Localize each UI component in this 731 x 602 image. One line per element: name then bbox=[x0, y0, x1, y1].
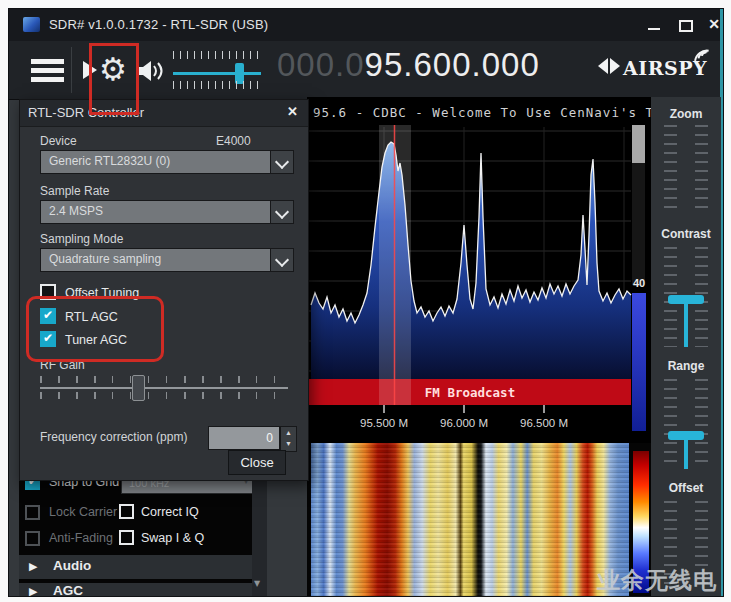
chevron-down-icon bbox=[275, 155, 289, 169]
device-label: Device bbox=[40, 134, 77, 148]
rf-gain-slider-thumb[interactable] bbox=[132, 375, 145, 401]
audio-group-label: Audio bbox=[53, 558, 91, 573]
band-plan-label: FM Broadcast bbox=[425, 385, 515, 400]
close-icon: ✕ bbox=[708, 16, 720, 32]
range-slider-thumb[interactable] bbox=[668, 431, 704, 440]
volume-ruler-bottom bbox=[173, 81, 261, 89]
chevron-down-icon bbox=[275, 205, 289, 219]
offset-label: Offset bbox=[651, 481, 721, 495]
zoom-label: Zoom bbox=[651, 107, 721, 121]
radio-waves-icon bbox=[693, 45, 715, 65]
window-title: SDR# v1.0.0.1732 - RTL-SDR (USB) bbox=[49, 17, 268, 32]
display-sidebar: Zoom Contrast Range Offset bbox=[651, 97, 721, 596]
swap-iq-checkbox[interactable] bbox=[119, 530, 134, 545]
radio-settings-panel: ✔ Snap to Grid 100 kHz ▾ Lock Carrier Co… bbox=[19, 479, 267, 596]
screenshot-root: SDR# v1.0.0.1732 - RTL-SDR (USB) ✕ ⚙ 000… bbox=[0, 0, 731, 602]
range-label: Range bbox=[651, 359, 721, 373]
axis-label-1: 95.500 M bbox=[360, 417, 408, 429]
minimize-button[interactable] bbox=[641, 9, 667, 39]
contrast-label: Contrast bbox=[651, 227, 721, 241]
airspy-logo: AIRSPY bbox=[598, 57, 707, 79]
step-size-dropdown[interactable]: 100 kHz ▾ bbox=[121, 479, 254, 494]
spin-up-icon[interactable]: ▲ bbox=[281, 427, 296, 438]
sample-rate-dropdown[interactable]: 2.4 MSPS bbox=[40, 200, 294, 224]
spin-down-icon[interactable]: ▼ bbox=[281, 438, 296, 449]
sample-rate-label: Sample Rate bbox=[40, 184, 109, 198]
dropdown-button[interactable] bbox=[270, 201, 293, 223]
rtl-sdr-controller-dialog: RTL-SDR Controller ✕ Device E4000 Generi… bbox=[19, 99, 309, 481]
device-value: Generic RTL2832U (0) bbox=[49, 154, 170, 168]
frequency-dim-digits: 000.0 bbox=[277, 46, 365, 83]
sampling-mode-value: Quadrature sampling bbox=[49, 252, 161, 266]
slider-ticks bbox=[664, 379, 677, 469]
lock-carrier-checkbox[interactable] bbox=[25, 505, 40, 520]
sampling-mode-dropdown[interactable]: Quadrature sampling bbox=[40, 248, 294, 272]
range-slider[interactable] bbox=[664, 379, 708, 469]
level-bar bbox=[632, 293, 646, 431]
airspy-arrows-icon bbox=[598, 58, 623, 78]
title-bar: SDR# v1.0.0.1732 - RTL-SDR (USB) ✕ bbox=[9, 9, 723, 41]
agc-group-header[interactable]: ▶ AGC bbox=[19, 583, 252, 596]
dropdown-button[interactable] bbox=[270, 151, 293, 173]
toolbar-separator bbox=[71, 47, 72, 93]
snap-row: ✔ Snap to Grid 100 kHz ▾ bbox=[19, 479, 252, 497]
axis-label-3: 96.500 M bbox=[520, 417, 568, 429]
device-dropdown[interactable]: Generic RTL2832U (0) bbox=[40, 150, 294, 174]
contrast-slider[interactable] bbox=[664, 247, 708, 347]
watermark-text: 业余无线电 bbox=[597, 565, 717, 596]
frequency-display[interactable]: 000.095.600.000 bbox=[277, 46, 540, 84]
sampling-mode-label: Sampling Mode bbox=[40, 232, 123, 246]
range-slider-fill bbox=[684, 435, 688, 469]
annotation-box-gear bbox=[89, 43, 139, 115]
sample-rate-value: 2.4 MSPS bbox=[49, 204, 103, 218]
expand-arrow-icon: ▶ bbox=[29, 560, 37, 573]
dialog-close-icon[interactable]: ✕ bbox=[287, 104, 298, 119]
spectrum-display[interactable]: 95.6 - CDBC - Welcome To Use CenNavi's T… bbox=[307, 97, 651, 443]
correct-iq-checkbox[interactable] bbox=[119, 504, 134, 519]
dialog-header[interactable]: RTL-SDR Controller ✕ bbox=[20, 100, 308, 127]
annotation-box-agc bbox=[26, 296, 164, 362]
anti-fading-label: Anti-Fading bbox=[49, 531, 113, 545]
level-label: 40 bbox=[633, 277, 645, 289]
contrast-slider-thumb[interactable] bbox=[668, 295, 704, 304]
agc-group-label: AGC bbox=[53, 583, 83, 596]
sdrsharp-window: SDR# v1.0.0.1732 - RTL-SDR (USB) ✕ ⚙ 000… bbox=[8, 8, 724, 597]
device-chip: E4000 bbox=[216, 134, 251, 148]
menu-button[interactable] bbox=[31, 59, 64, 86]
tuning-band[interactable] bbox=[379, 125, 411, 405]
rds-text: 95.6 - CDBC - Welcome To Use CenNavi's T… bbox=[313, 105, 651, 120]
dialog-close-button[interactable]: Close bbox=[228, 450, 286, 475]
frequency-bright-digits: 95.600.000 bbox=[365, 46, 540, 83]
maximize-icon bbox=[679, 20, 693, 32]
audio-group-header[interactable]: ▶ Audio bbox=[19, 555, 252, 579]
maximize-button[interactable] bbox=[672, 9, 698, 39]
freq-correction-spinner[interactable]: ▲ ▼ bbox=[280, 426, 297, 452]
slider-ticks bbox=[664, 125, 677, 213]
freq-correction-label: Frequency correction (ppm) bbox=[40, 430, 187, 444]
spectrum-scrollbar-thumb[interactable] bbox=[632, 125, 645, 163]
correct-iq-label: Correct IQ bbox=[141, 505, 199, 519]
panel-scrollbar[interactable]: ▼ bbox=[252, 479, 267, 596]
volume-slider[interactable] bbox=[173, 72, 261, 75]
contrast-slider-fill bbox=[684, 299, 688, 347]
anti-fading-checkbox[interactable] bbox=[25, 531, 40, 546]
slider-ticks bbox=[695, 379, 708, 469]
zoom-slider[interactable] bbox=[664, 125, 708, 213]
slider-ticks bbox=[695, 125, 708, 213]
swap-iq-label: Swap I & Q bbox=[141, 531, 204, 545]
speaker-icon[interactable] bbox=[135, 59, 165, 83]
axis-label-2: 96.000 M bbox=[440, 417, 488, 429]
waterfall-display[interactable] bbox=[311, 437, 629, 596]
scroll-down-icon: ▼ bbox=[254, 579, 260, 588]
app-logo-icon bbox=[23, 17, 40, 32]
minimize-icon bbox=[648, 28, 660, 30]
chevron-down-icon bbox=[275, 253, 289, 267]
lock-carrier-label: Lock Carrier bbox=[49, 505, 117, 519]
dropdown-button[interactable] bbox=[270, 249, 293, 271]
expand-arrow-icon: ▶ bbox=[29, 585, 37, 596]
freq-correction-input[interactable]: 0 bbox=[208, 426, 280, 450]
volume-ruler-top bbox=[173, 51, 261, 59]
